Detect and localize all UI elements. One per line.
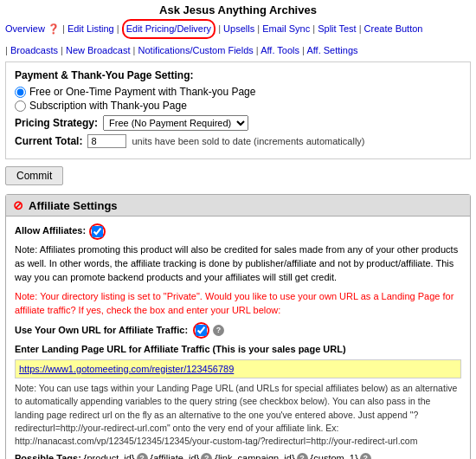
affiliate-section: ⊘ Affiliate Settings Allow Affiliates: N… [5,194,471,459]
tag-product-id-label: {product_id} [84,451,135,459]
pricing-strategy-row: Pricing Strategy: Free (No Payment Requi… [15,115,461,131]
payment-option-2-label: Subscription with Thank-you Page [29,100,187,112]
own-url-checkbox-wrapper [193,322,209,339]
payment-options: Free or One-Time Payment with Thank-you … [15,86,461,112]
tag-custom-1-help[interactable]: ? [360,453,371,459]
nav-aff-tools[interactable]: Aff. Tools [261,45,299,55]
own-url-help-icon[interactable]: ? [213,325,224,336]
allow-affiliates-label: Allow Affiliates: [15,223,86,238]
nav-broadcasts[interactable]: Broadcasts [10,45,58,55]
tag-custom-1-label: {custom_1} [311,451,358,459]
allow-affiliates-row: Allow Affiliates: Note: Affiliates promo… [15,223,461,285]
landing-page-label-row: Enter Landing Page URL for Affiliate Tra… [15,342,461,357]
payment-option-1-label: Free or One-Time Payment with Thank-you … [29,86,255,98]
nav-split-test[interactable]: Split Test [318,23,356,34]
payment-section-label: Payment & Thank-You Page Setting: [15,69,461,81]
nav-row-2: | Broadcasts | New Broadcast | Notificat… [5,42,471,59]
tag-affiliate-id: {affiliate_id} ? [151,451,213,459]
allow-affiliates-checkbox-wrapper [89,223,106,240]
nav-email-sync[interactable]: Email Sync [262,23,310,34]
own-url-label: Use Your Own URL for Affiliate Traffic: [15,323,188,338]
units-text: units have been sold to date (increments… [132,136,364,146]
commit-button[interactable]: Commit [5,166,63,185]
nav-create-button[interactable]: Create Button [364,23,423,34]
tag-affiliate-id-help[interactable]: ? [201,453,212,459]
tag-affiliate-id-label: {affiliate_id} [151,451,200,459]
sep2: | [117,23,122,34]
nav-upsells[interactable]: Upsells [223,23,254,34]
affiliate-header-title: Affiliate Settings [29,199,118,212]
stop-icon: ⊘ [13,198,23,212]
payment-option-1[interactable]: Free or One-Time Payment with Thank-you … [15,86,461,98]
possible-tags-row: Possible Tags: {product_id} ? {affiliate… [15,451,461,459]
allow-affiliates-checkbox[interactable] [92,226,103,237]
page-title: Ask Jesus Anything Archives [5,3,471,16]
nav-edit-pricing-highlight: Edit Pricing/Delivery [122,19,215,39]
pricing-strategy-label: Pricing Strategy: [15,117,98,129]
current-total-row: Current Total: units have been sold to d… [15,134,461,148]
allow-affiliates-note: Note: Affiliates promoting this product … [15,243,461,285]
nav-notifications[interactable]: Notifications/Custom Fields [138,45,254,55]
payment-radio-1[interactable] [15,87,26,98]
nav-overview[interactable]: Overview [5,23,45,34]
landing-page-url[interactable]: https://www1.gotomeeting.com/register/12… [15,359,461,379]
sep1: ❓ | [48,23,68,34]
nav-row-1: Overview ❓ | Edit Listing | Edit Pricing… [5,19,471,39]
affiliate-warning-red: Note: Your directory listing is set to "… [15,290,461,318]
nav-aff-settings[interactable]: Aff. Settings [306,45,357,55]
nav-new-broadcast[interactable]: New Broadcast [66,45,131,55]
tag-product-id: {product_id} ? [84,451,148,459]
nav-edit-pricing[interactable]: Edit Pricing/Delivery [126,23,211,34]
affiliate-small-note: Note: You can use tags within your Landi… [15,382,461,448]
tag-custom-1: {custom_1} ? [311,451,371,459]
own-url-checkbox[interactable] [196,325,207,336]
current-total-input[interactable] [87,134,126,148]
tag-link-campaign-id: {link_campaign_id} ? [215,451,307,459]
payment-option-2[interactable]: Subscription with Thank-you Page [15,100,461,112]
pricing-strategy-select[interactable]: Free (No Payment Required) One-Time Paym… [103,115,248,131]
page-wrapper: Ask Jesus Anything Archives Overview ❓ |… [0,0,476,459]
affiliate-header: ⊘ Affiliate Settings [6,195,470,217]
possible-tags-label: Possible Tags: [15,451,81,459]
payment-radio-2[interactable] [15,100,26,112]
current-total-label: Current Total: [15,135,82,147]
landing-page-label-text: Enter Landing Page URL for Affiliate Tra… [15,344,210,354]
nav-edit-listing[interactable]: Edit Listing [68,23,114,34]
tag-product-id-help[interactable]: ? [137,453,148,459]
affiliate-body: Allow Affiliates: Note: Affiliates promo… [6,217,470,459]
tag-link-campaign-id-label: {link_campaign_id} [215,451,294,459]
payment-section: Payment & Thank-You Page Setting: Free o… [5,61,471,159]
landing-page-sublabel: (This is your sales page URL) [213,344,346,354]
tag-link-campaign-id-help[interactable]: ? [297,453,308,459]
own-url-row: Use Your Own URL for Affiliate Traffic: … [15,322,461,339]
